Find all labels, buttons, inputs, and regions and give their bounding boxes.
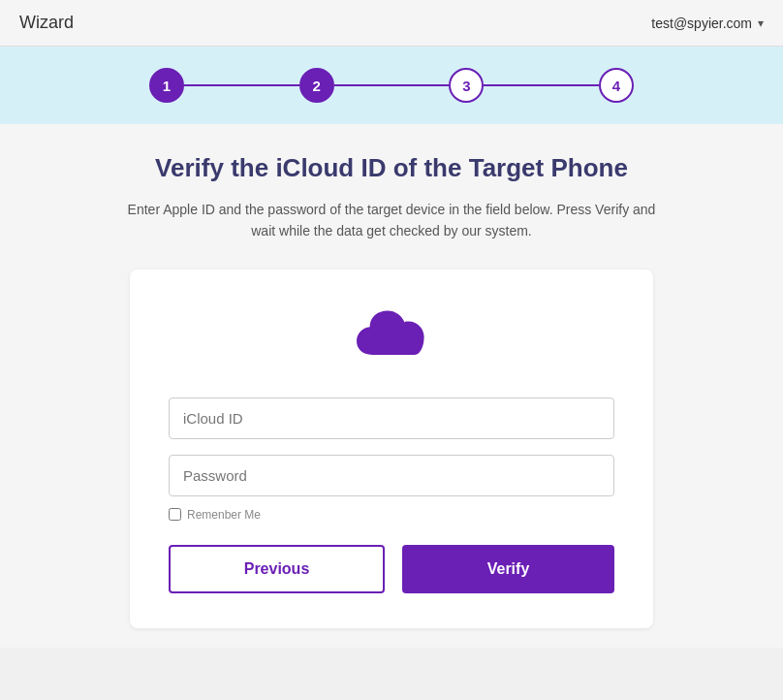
buttons-row: Previous Verify xyxy=(169,545,614,593)
step-line-2 xyxy=(334,84,450,86)
step-line-1 xyxy=(184,84,299,86)
password-field[interactable] xyxy=(169,455,614,496)
remember-me-row: Remenber Me xyxy=(169,508,261,522)
card: Remenber Me Previous Verify xyxy=(130,270,653,628)
step-1-circle: 1 xyxy=(149,68,184,103)
remember-me-checkbox[interactable] xyxy=(169,508,181,521)
step-1-wrapper: 1 xyxy=(149,68,299,103)
steps-container: 1 2 3 4 xyxy=(149,68,634,103)
password-input[interactable] xyxy=(169,455,614,496)
chevron-down-icon: ▾ xyxy=(758,16,764,30)
step-3-circle: 3 xyxy=(449,68,484,103)
header-title: Wizard xyxy=(19,13,74,33)
step-line-3 xyxy=(484,84,599,86)
step-3-wrapper: 3 xyxy=(449,68,599,103)
header-user[interactable]: test@spyier.com ▾ xyxy=(651,16,764,31)
cloud-icon xyxy=(353,308,430,370)
page-title: Verify the iCloud ID of the Target Phone xyxy=(155,153,628,183)
progress-bar-area: 1 2 3 4 xyxy=(0,47,783,124)
icloud-id-field[interactable] xyxy=(169,398,614,439)
step-4-circle: 4 xyxy=(599,68,634,103)
step-2-wrapper: 2 xyxy=(299,68,450,103)
main-content: Verify the iCloud ID of the Target Phone… xyxy=(0,124,783,648)
icloud-id-input[interactable] xyxy=(169,398,614,439)
previous-button[interactable]: Previous xyxy=(169,545,385,593)
remember-me-label: Remenber Me xyxy=(187,508,261,522)
step-2-circle: 2 xyxy=(299,68,334,103)
page-subtitle: Enter Apple ID and the password of the t… xyxy=(120,199,663,242)
step-4-wrapper: 4 xyxy=(599,68,634,103)
user-email: test@spyier.com xyxy=(651,16,752,31)
verify-button[interactable]: Verify xyxy=(402,545,614,593)
header: Wizard test@spyier.com ▾ xyxy=(0,0,783,47)
